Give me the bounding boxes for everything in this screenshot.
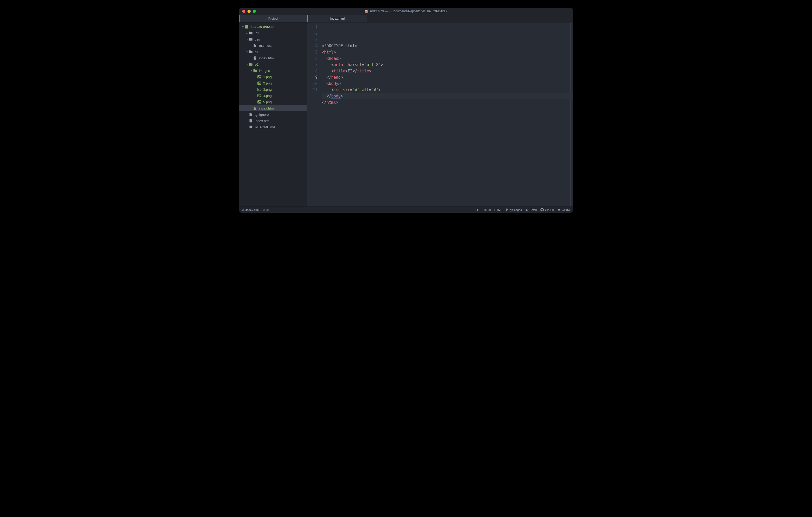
token: html <box>326 100 336 105</box>
minimize-icon[interactable] <box>248 10 251 13</box>
file-icon <box>253 44 257 47</box>
code-line[interactable]: </html> <box>322 99 573 105</box>
svg-rect-4 <box>258 82 261 85</box>
code-line[interactable]: <body> <box>322 81 573 87</box>
tree-item-su2020-avt217[interactable]: ▾su2020-avt217 <box>239 24 307 30</box>
tree-item-label: index.html <box>259 107 274 110</box>
token: > <box>334 50 336 55</box>
token: E2 <box>348 69 352 73</box>
status-cursor-pos[interactable]: 9:10 <box>263 208 268 211</box>
book-icon <box>249 125 253 129</box>
code-line[interactable]: <title>E2</title> <box>322 68 573 74</box>
image-icon <box>257 75 262 79</box>
file-tree[interactable]: ▾su2020-avt217▸.git▾cssmain.css▾e1index.… <box>239 23 307 207</box>
tree-item-index-html[interactable]: index.html <box>239 118 307 124</box>
tree-item-css[interactable]: ▾css <box>239 36 307 42</box>
line-number: 4 <box>307 43 318 49</box>
image-icon <box>257 88 262 91</box>
close-icon[interactable] <box>242 10 245 13</box>
status-encoding[interactable]: UTF-8 <box>483 208 491 211</box>
line-number: 1 <box>307 24 318 30</box>
code-line[interactable]: <html> <box>322 49 573 55</box>
file-icon <box>249 113 253 116</box>
status-github[interactable]: GitHub <box>541 208 554 211</box>
status-fetch[interactable]: Fetch <box>526 208 537 211</box>
tree-item-label: index.html <box>255 119 270 123</box>
tree-item-label: 5.png <box>263 100 272 104</box>
code-line[interactable]: <head> <box>322 55 573 62</box>
folder-icon <box>253 69 257 72</box>
folder-icon <box>249 50 253 54</box>
titlebar[interactable]: index.html — ~/Documents/Repositories/su… <box>239 8 573 14</box>
tree-item-label: .gitignore <box>255 113 269 117</box>
chevron-icon: ▾ <box>250 69 253 72</box>
tree-item-index-html[interactable]: index.html <box>239 55 307 61</box>
code-line[interactable]: </head> <box>322 74 573 81</box>
token: = <box>362 62 365 67</box>
line-number: 10 <box>307 81 318 87</box>
zoom-icon[interactable] <box>253 10 256 13</box>
code-line[interactable] <box>322 105 573 112</box>
tab-bar[interactable]: index.html <box>307 14 573 23</box>
line-number: 2 <box>307 30 318 37</box>
tree-item-label: su2020-avt217 <box>251 25 274 29</box>
tree-item-label: 2.png <box>263 81 272 85</box>
code-line[interactable]: <!DOCTYPE html> <box>322 43 573 49</box>
tree-item--gitignore[interactable]: .gitignore <box>239 111 307 118</box>
tree-item-label: index.html <box>259 56 274 60</box>
line-number: 3 <box>307 37 318 43</box>
token: "utf-8" <box>365 62 381 67</box>
tree-item-main-css[interactable]: main.css <box>239 42 307 49</box>
tree-item-label: css <box>255 37 260 41</box>
token: charset <box>345 62 362 67</box>
tree-item-images[interactable]: ▾images <box>239 67 307 74</box>
chevron-icon: ▾ <box>241 25 244 28</box>
status-line-ending[interactable]: LF <box>475 208 479 211</box>
tree-item-3-png[interactable]: 3.png <box>239 86 307 93</box>
token: title <box>357 69 369 73</box>
token: head <box>329 56 338 61</box>
status-branch[interactable]: gh-pages <box>506 208 522 211</box>
token <box>341 88 343 92</box>
status-grammar[interactable]: HTML <box>494 208 502 211</box>
line-number: 11 <box>307 87 318 93</box>
status-file-path[interactable]: e2/index.html <box>242 208 259 211</box>
tree-item--git[interactable]: ▸.git <box>239 30 307 36</box>
gutter: 1234567891011 <box>307 23 322 207</box>
tree-item-1-png[interactable]: 1.png <box>239 74 307 80</box>
token: title <box>334 69 345 73</box>
tree-item-readme-md[interactable]: README.md <box>239 124 307 130</box>
chevron-icon: ▾ <box>245 63 249 66</box>
tree-item-2-png[interactable]: 2.png <box>239 80 307 86</box>
tree-item-4-png[interactable]: 4.png <box>239 93 307 99</box>
tree-item-e1[interactable]: ▾e1 <box>239 49 307 55</box>
tree-item-label: main.css <box>259 44 272 48</box>
token: < <box>322 50 324 55</box>
text-editor[interactable]: 1234567891011 <!DOCTYPE html><html> <hea… <box>307 23 573 207</box>
tree-item-label: e1 <box>255 50 258 54</box>
editor-pane: index.html 1234567891011 <!DOCTYPE html>… <box>307 14 573 207</box>
code-line[interactable]: <img src="#" alt="#"> <box>322 87 573 93</box>
token: "#" <box>372 88 379 92</box>
window-controls <box>239 10 256 13</box>
token: </ <box>322 100 326 105</box>
sidebar-tab-project[interactable]: Project <box>239 14 307 23</box>
tab-index-html[interactable]: index.html <box>307 14 367 22</box>
token: > <box>338 56 341 61</box>
token: body <box>329 81 338 86</box>
token: <! <box>322 44 326 48</box>
token: html <box>324 50 334 55</box>
folder-icon <box>249 31 253 35</box>
token: > <box>341 75 343 80</box>
tree-item-5-png[interactable]: 5.png <box>239 99 307 105</box>
code-area[interactable]: <!DOCTYPE html><html> <head> <meta chars… <box>322 23 573 207</box>
tree-item-e2[interactable]: ▾e2 <box>239 61 307 67</box>
status-git[interactable]: Git (6) <box>557 208 570 211</box>
code-line[interactable]: <meta charset="utf-8"> <box>322 62 573 68</box>
code-line[interactable]: </body> <box>322 93 573 99</box>
tree-item-index-html[interactable]: index.html <box>239 105 307 111</box>
svg-rect-6 <box>258 88 261 91</box>
svg-rect-1 <box>365 10 367 11</box>
github-icon <box>541 208 544 211</box>
tab-label: index.html <box>330 17 345 20</box>
